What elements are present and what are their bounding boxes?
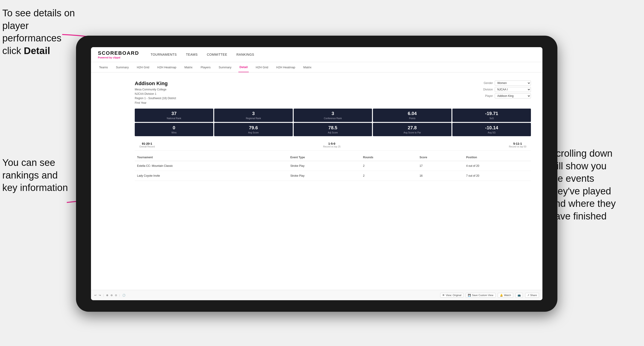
table-row: Lady Coyote Invite Stroke Play 2 16 7 ou… xyxy=(135,171,531,180)
col-position: Position xyxy=(464,154,531,161)
col-tournament: Tournament xyxy=(135,154,288,161)
subnav-h2hgrid1[interactable]: H2H Grid xyxy=(136,62,150,72)
eye-icon: 👁 xyxy=(442,294,445,297)
logo-powered: Powered by clippd xyxy=(98,56,139,59)
col-event-type: Event Type xyxy=(288,154,361,161)
stat-regional-rank: 3 Regional Rank xyxy=(214,109,293,122)
stat-label-avgscore: Avg Score xyxy=(217,131,290,134)
subnav-h2hgrid2[interactable]: H2H Grid xyxy=(254,62,269,72)
tablet-screen: SCOREBOARD Powered by clippd TOURNAMENTS… xyxy=(91,47,542,300)
gender-select[interactable]: Women Men xyxy=(495,81,531,86)
subnav-players[interactable]: Players xyxy=(200,62,212,72)
watch-icon: 🔔 xyxy=(500,294,503,297)
row1-rounds: 2 xyxy=(361,161,417,171)
row2-score: 16 xyxy=(417,171,464,180)
subnav-detail[interactable]: Detail xyxy=(238,62,249,72)
col-rounds: Rounds xyxy=(361,154,417,161)
player-school: Mesa Community College xyxy=(135,87,176,92)
stat-value-adjscore: 78.5 xyxy=(296,125,370,131)
player-year: First Year xyxy=(135,101,176,105)
table-header-row: Tournament Event Type Rounds Score Posit… xyxy=(135,154,531,161)
sub-nav: Teams Summary H2H Grid H2H Heatmap Matri… xyxy=(91,62,542,72)
row1-tournament: Estella CC- Mountain Classic xyxy=(135,161,288,171)
player-division: NJCAA Division 1 xyxy=(135,92,176,96)
stat-value-wins: 0 xyxy=(138,125,210,131)
subnav-matrix2[interactable]: Matrix xyxy=(302,62,312,72)
record-top25-label: Record vs top 25 xyxy=(323,145,341,148)
row2-tournament: Lady Coyote Invite xyxy=(135,171,288,180)
logo-scoreboard: SCOREBOARD xyxy=(98,50,139,56)
main-content: Addison King Mesa Community College NJCA… xyxy=(91,72,542,290)
nav-rankings[interactable]: RANKINGS xyxy=(236,53,254,56)
toolbar-watch-btn[interactable]: 🔔 Watch xyxy=(498,293,513,298)
subnav-h2hheatmap1[interactable]: H2H Heatmap xyxy=(156,62,177,72)
toolbar-sep2: | xyxy=(119,294,120,297)
ann-r-5: and where they xyxy=(550,198,616,209)
record-top25-value: 1-5-0 xyxy=(328,142,335,145)
stat-avg-score: 79.6 Avg Score xyxy=(214,123,293,136)
screen-icon: 📺 xyxy=(518,294,521,297)
record-top50-value: 5-11-1 xyxy=(513,142,522,145)
stat-label-national: National Rank xyxy=(138,117,210,120)
save-label: Save Custom View xyxy=(472,294,493,297)
subnav-summary2[interactable]: Summary xyxy=(218,62,233,72)
stat-label-conference: Conference Rank xyxy=(296,117,370,120)
row1-position: 4 out of 20 xyxy=(464,161,531,171)
annotation-right: Scrolling down will show you the events … xyxy=(550,147,642,223)
toolbar-icon1[interactable]: ⊕ xyxy=(106,294,108,297)
stat-label-regional: Regional Rank xyxy=(217,117,290,120)
watch-label: Watch xyxy=(504,294,511,297)
toolbar-icon3[interactable]: ⊙ xyxy=(115,294,117,297)
toolbar-icon2[interactable]: ⊖ xyxy=(110,294,113,297)
annotation-line1: To see details on xyxy=(2,7,75,18)
division-label: Division xyxy=(480,88,493,91)
toolbar-screen-btn[interactable]: 📺 xyxy=(516,293,523,298)
left-sidebar xyxy=(98,77,126,184)
player-controls: Gender Women Men Division NJCAA I xyxy=(480,81,531,98)
stat-label-points: Points xyxy=(376,117,449,120)
stat-value-avgscore-par: 27.8 xyxy=(376,125,449,131)
player-header: Addison King Mesa Community College NJCA… xyxy=(135,81,531,105)
subnav-h2hheatmap2[interactable]: H2H Heatmap xyxy=(275,62,296,72)
toolbar-redo-icon[interactable]: ↪ xyxy=(99,294,101,297)
division-select[interactable]: NJCAA I NJCAA II xyxy=(495,87,531,92)
toolbar-save-btn[interactable]: 💾 Save Custom View xyxy=(466,293,496,298)
subnav-teams[interactable]: Teams xyxy=(98,62,109,72)
annotation-line2: player performances xyxy=(2,20,62,44)
subnav-matrix1[interactable]: Matrix xyxy=(183,62,194,72)
stat-value-conference: 3 xyxy=(296,111,370,116)
row1-score: 17 xyxy=(417,161,464,171)
toolbar-share-btn[interactable]: ↗ Share xyxy=(525,293,539,298)
stat-value-avgsg: -10.14 xyxy=(455,125,528,131)
toolbar-undo-icon[interactable]: ↩ xyxy=(94,294,96,297)
nav-teams[interactable]: TEAMS xyxy=(186,53,198,56)
stat-label-wins: Wins xyxy=(138,131,210,134)
toolbar-view-btn[interactable]: 👁 View: Original xyxy=(440,293,464,298)
subnav-summary1[interactable]: Summary xyxy=(115,62,130,72)
nav-committee[interactable]: COMMITTEE xyxy=(207,53,227,56)
nav-tournaments[interactable]: TOURNAMENTS xyxy=(151,53,177,56)
row1-event-type: Stroke Play xyxy=(288,161,361,171)
stat-label-sos: SoS xyxy=(455,117,528,120)
row2-position: 7 out of 20 xyxy=(464,171,531,180)
stat-adj-score: 78.5 Adj Score xyxy=(294,123,372,136)
player-panel: Addison King Mesa Community College NJCA… xyxy=(130,77,536,184)
stat-sos: -19.71 SoS xyxy=(452,109,531,122)
annotation-bold: Detail xyxy=(24,45,50,56)
stat-label-adjscore: Adj Score xyxy=(296,131,370,134)
ann-r-6: have finished xyxy=(550,211,607,221)
share-icon: ↗ xyxy=(527,294,529,297)
stat-value-points: 6.04 xyxy=(376,111,449,116)
stat-label-avgsg: Avg SG xyxy=(455,131,528,134)
division-row: Division NJCAA I NJCAA II xyxy=(480,87,531,92)
share-label: Share xyxy=(530,294,537,297)
stat-conference-rank: 3 Conference Rank xyxy=(294,109,372,122)
stat-national-rank: 37 National Rank xyxy=(135,109,213,122)
player-select[interactable]: Addison King xyxy=(495,93,531,98)
ann-r-1: Scrolling down xyxy=(550,148,612,159)
record-overall: 91-20-1 Overall Record xyxy=(139,142,155,148)
stat-value-sos: -19.71 xyxy=(455,111,528,116)
stat-value-avgscore: 79.6 xyxy=(217,125,290,131)
ann-bl-2: rankings and xyxy=(2,170,58,180)
stat-wins: 0 Wins xyxy=(135,123,213,136)
